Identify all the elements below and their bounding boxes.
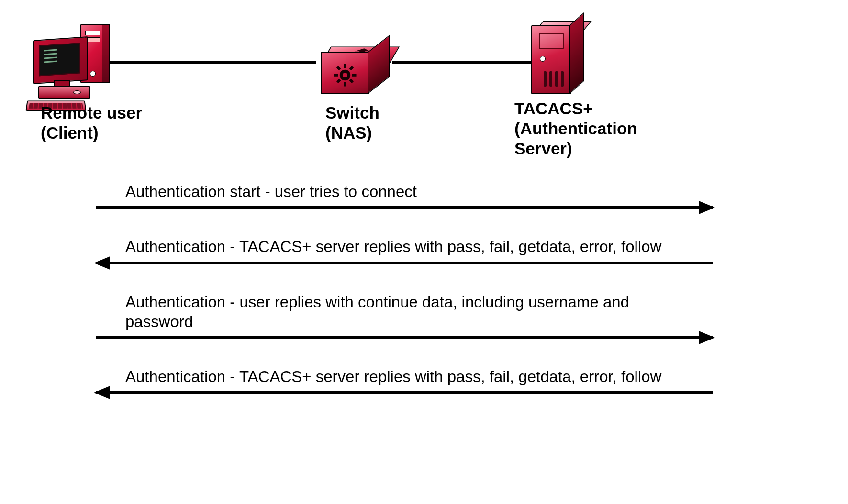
client-icon <box>24 24 120 105</box>
switch-label-line1: Switch <box>325 103 379 122</box>
arrow-left-icon <box>96 262 713 264</box>
svg-rect-12 <box>349 66 354 71</box>
server-label-line1: TACACS+ <box>514 99 593 118</box>
diagram-stage: Remote user (Client) Switch (NAS) TACACS… <box>0 0 848 504</box>
flow-4-text: Authentication - TACACS+ server replies … <box>96 367 690 391</box>
svg-rect-9 <box>352 74 357 77</box>
svg-rect-10 <box>336 66 341 71</box>
flow-1-text: Authentication start - user tries to con… <box>96 182 690 206</box>
network-link-line <box>91 61 533 64</box>
monitor-icon <box>33 36 88 84</box>
gear-icon <box>332 62 358 88</box>
svg-rect-13 <box>336 79 341 84</box>
svg-rect-6 <box>344 64 346 68</box>
flow-1: Authentication start - user tries to con… <box>96 182 718 209</box>
arrow-right-icon <box>96 336 713 339</box>
client-label-line1: Remote user <box>41 103 142 122</box>
arrow-right-icon <box>96 206 713 209</box>
server-label-line2: (Authentication <box>514 119 637 138</box>
arrow-left-icon <box>96 391 713 394</box>
client-label-line2: (Client) <box>41 123 99 142</box>
flow-3: Authentication - user replies with conti… <box>96 292 718 340</box>
svg-rect-11 <box>349 79 354 84</box>
client-label: Remote user (Client) <box>41 103 142 143</box>
switch-label: Switch (NAS) <box>325 103 379 143</box>
server-label: TACACS+ (Authentication Server) <box>514 99 637 159</box>
switch-icon <box>316 29 392 100</box>
svg-rect-7 <box>344 82 346 87</box>
server-label-line3: Server) <box>514 139 572 158</box>
svg-point-5 <box>343 73 347 77</box>
switch-label-line2: (NAS) <box>325 123 372 142</box>
message-flows: Authentication start - user tries to con… <box>96 182 718 422</box>
pc-base-icon <box>38 86 90 99</box>
svg-rect-8 <box>334 74 338 77</box>
flow-2: Authentication - TACACS+ server replies … <box>96 237 718 264</box>
flow-4: Authentication - TACACS+ server replies … <box>96 367 718 394</box>
flow-2-text: Authentication - TACACS+ server replies … <box>96 237 690 261</box>
flow-3-text: Authentication - user replies with conti… <box>96 292 690 337</box>
server-icon <box>526 22 589 98</box>
